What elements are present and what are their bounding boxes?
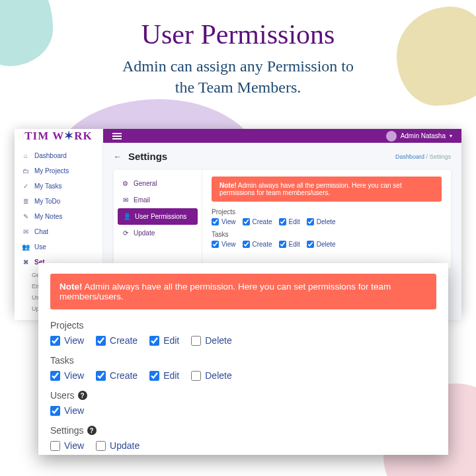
permission-group-title: Tasks [212,231,442,238]
checkbox-input[interactable] [96,371,106,381]
avatar [386,131,397,141]
sidebar-icon: ✎ [22,213,29,220]
sidebar-item[interactable]: 🗀My Projects [15,163,102,178]
permission-checkbox[interactable]: Edit [279,241,300,248]
permissions-zoom-panel: Note! Admin always have all the permissi… [38,263,448,455]
checkbox-label: View [64,370,84,381]
sidebar-icon: ≣ [22,198,29,205]
permission-group-title: Projects [50,320,436,331]
hero-title: User Permissions [0,19,476,50]
checkbox-input[interactable] [50,441,60,451]
checkbox-input[interactable] [243,218,250,225]
permission-checkbox[interactable]: Edit [279,218,300,225]
sidebar-item[interactable]: ✎My Notes [15,209,102,224]
checkbox-input[interactable] [149,371,159,381]
breadcrumb-link[interactable]: Dashboard [395,153,424,160]
checkbox-input[interactable] [307,218,314,225]
sidebar-item-label: My Projects [34,167,69,175]
help-icon[interactable]: ? [78,391,87,400]
settings-tab[interactable]: 👤User Permissions [118,208,198,225]
tab-label: General [134,180,157,187]
sidebar-item[interactable]: ✉Chat [15,224,102,239]
checkbox-input[interactable] [50,371,60,381]
permission-checkbox[interactable]: Delete [191,335,231,346]
permission-checkbox[interactable]: View [212,218,236,225]
permission-checkbox[interactable]: Create [243,241,272,248]
permission-checkbox[interactable]: Delete [191,370,231,381]
checkbox-input[interactable] [50,406,60,416]
checkbox-input[interactable] [279,241,286,248]
sidebar-icon: ✉ [22,228,29,235]
permission-checkbox[interactable]: View [50,440,84,451]
permission-checkbox[interactable]: Delete [307,218,336,225]
checkbox-input[interactable] [279,218,286,225]
checkbox-input[interactable] [96,336,106,346]
permission-checkbox[interactable]: Edit [149,335,179,346]
checkbox-label: View [64,440,84,451]
info-alert: Note! Admin always have all the permissi… [50,274,436,309]
sidebar-icon: ⌂ [22,152,29,159]
settings-tab[interactable]: ⚙General [114,175,202,192]
checkbox-input[interactable] [307,241,314,248]
sidebar-item-label: My Tasks [34,182,62,190]
user-menu[interactable]: Admin Natasha ▾ [386,131,452,141]
sidebar-icon: ✖ [22,258,29,266]
permission-checkbox[interactable]: Edit [149,370,179,381]
settings-tab[interactable]: ⟳Update [114,225,202,241]
checkbox-input[interactable] [191,371,201,381]
sidebar-item[interactable]: 👥Use [15,239,102,255]
permission-checkbox[interactable]: Create [243,218,272,225]
user-name: Admin Natasha [401,132,446,139]
permission-checkbox[interactable]: Create [96,335,138,346]
checkbox-label: Edit [163,370,179,381]
tab-label: User Permissions [135,213,186,220]
permission-checkbox[interactable]: Create [96,370,138,381]
checkbox-label: View [64,335,84,346]
checkbox-label: Delete [205,335,231,346]
checkbox-input[interactable] [191,336,201,346]
permission-checkbox[interactable]: View [50,335,84,346]
sidebar-item[interactable]: ≣My ToDo [15,194,102,209]
back-arrow-icon[interactable]: ← [114,152,122,161]
checkbox-input[interactable] [96,441,106,451]
checkbox-label: Update [110,440,139,451]
sidebar-item-label: My Notes [34,213,62,220]
checkbox-label: Create [110,370,138,381]
permission-checkbox[interactable]: View [212,241,236,248]
checkbox-input[interactable] [212,241,219,248]
settings-tab[interactable]: ✉Email [114,192,202,208]
sidebar-icon: 🗀 [22,167,29,175]
permission-group-title: Tasks [50,355,436,366]
sidebar-icon: ✓ [22,182,29,190]
sidebar-item[interactable]: ✓My Tasks [15,178,102,194]
sidebar-item-label: Use [34,243,46,251]
hero-subtitle: Admin can assign any Permission to the T… [0,56,476,99]
permission-checkbox[interactable]: View [50,370,84,381]
sidebar-item-label: Dashboard [34,152,67,159]
tab-icon: ✉ [122,196,129,204]
permission-group-title: Settings? [50,425,436,436]
sidebar-icon: 👥 [22,243,29,251]
permission-checkbox[interactable]: View [50,405,84,416]
checkbox-label: Delete [205,370,231,381]
permission-group-title: Projects [212,208,442,216]
permission-checkbox[interactable]: Update [96,440,139,451]
checkbox-input[interactable] [50,336,60,346]
checkbox-input[interactable] [243,241,250,248]
sidebar-item-label: Chat [34,228,48,235]
hamburger-icon[interactable] [112,133,122,139]
breadcrumb: Dashboard / Settings [395,153,451,160]
checkbox-label: Create [253,241,272,248]
help-icon[interactable]: ? [87,426,97,435]
checkbox-label: Edit [289,241,300,248]
tab-label: Email [134,196,150,204]
info-alert: Note! Admin always have all the permissi… [212,177,442,202]
permission-checkbox[interactable]: Delete [307,241,336,248]
star-icon: ✶ [64,130,74,142]
checkbox-label: Delete [317,218,336,225]
checkbox-input[interactable] [212,218,219,225]
sidebar-item[interactable]: ⌂Dashboard [15,148,102,163]
tab-icon: ⟳ [122,229,129,237]
checkbox-input[interactable] [149,336,159,346]
sidebar-item-label: My ToDo [34,198,60,205]
